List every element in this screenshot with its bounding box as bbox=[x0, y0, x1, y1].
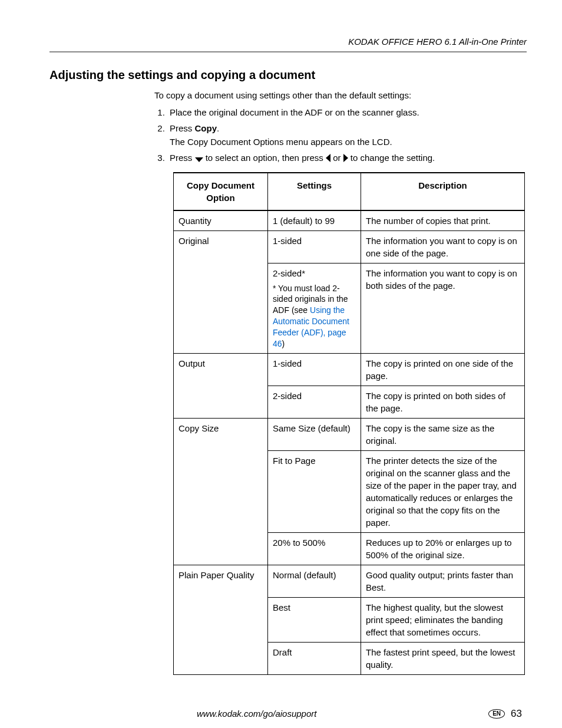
table-row: Quantity 1 (default) to 99 The number of… bbox=[174, 210, 525, 231]
setting-note: * You must load 2-sided originals in the… bbox=[273, 283, 356, 350]
note-post: ) bbox=[282, 339, 285, 348]
cell-description: The copy is the same size as the origina… bbox=[361, 418, 525, 450]
cell-setting: Fit to Page bbox=[268, 450, 361, 532]
cell-option: Output bbox=[174, 353, 268, 418]
step-2-sub: The Copy Document Options menu appears o… bbox=[170, 136, 527, 148]
step-3: Press to select an option, then press or… bbox=[167, 151, 527, 165]
header-settings: Settings bbox=[268, 173, 361, 210]
cell-description: The information you want to copy is on o… bbox=[361, 230, 525, 263]
cell-option: Quantity bbox=[174, 210, 268, 231]
header-option: Copy Document Option bbox=[174, 173, 268, 210]
page-number: 63 bbox=[511, 707, 522, 721]
cell-description: The copy is printed on one side of the p… bbox=[361, 353, 525, 386]
svg-marker-1 bbox=[326, 154, 330, 162]
table-row: Original 1-sided The information you wan… bbox=[174, 230, 525, 263]
header-description: Description bbox=[361, 173, 525, 210]
step-2-post: . bbox=[217, 123, 219, 133]
table-header-row: Copy Document Option Settings Descriptio… bbox=[174, 173, 525, 210]
cell-description: The printer detects the size of the orig… bbox=[361, 450, 525, 532]
page-footer: www.kodak.com/go/aiosupport EN 63 bbox=[49, 707, 527, 721]
step-3-d: to change the setting. bbox=[351, 153, 435, 163]
cell-setting: Normal (default) bbox=[268, 565, 361, 597]
steps-list: Place the original document in the ADF o… bbox=[154, 106, 527, 165]
intro-text: To copy a document using settings other … bbox=[154, 89, 527, 101]
cell-description: The number of copies that print. bbox=[361, 210, 525, 231]
step-3-c: or bbox=[330, 153, 343, 163]
cell-description: Reduces up to 20% or enlarges up to 500%… bbox=[361, 532, 525, 565]
svg-marker-2 bbox=[343, 154, 348, 162]
cell-option: Copy Size bbox=[174, 418, 268, 565]
step-2-bold: Copy bbox=[195, 123, 217, 133]
step-2: Press Copy. The Copy Document Options me… bbox=[167, 122, 527, 148]
right-arrow-icon bbox=[343, 153, 348, 165]
language-badge: EN bbox=[488, 709, 505, 719]
cell-option: Original bbox=[174, 230, 268, 353]
section-heading: Adjusting the settings and copying a doc… bbox=[49, 67, 527, 83]
footer-right: EN 63 bbox=[488, 707, 522, 721]
cell-setting: Best bbox=[268, 597, 361, 642]
cell-setting: 2-sided bbox=[268, 386, 361, 418]
page-header: KODAK OFFICE HERO 6.1 All-in-One Printer bbox=[49, 35, 527, 52]
cell-description: The information you want to copy is on b… bbox=[361, 263, 525, 353]
setting-value: 2-sided* bbox=[273, 267, 356, 279]
cell-setting: 1-sided bbox=[268, 230, 361, 263]
step-3-a: Press bbox=[170, 153, 195, 163]
cell-setting: 20% to 500% bbox=[268, 532, 361, 565]
cell-setting: Same Size (default) bbox=[268, 418, 361, 450]
cell-setting: 1 (default) to 99 bbox=[268, 210, 361, 231]
down-arrow-icon bbox=[195, 153, 203, 165]
cell-setting: Draft bbox=[268, 642, 361, 674]
footer-url: www.kodak.com/go/aiosupport bbox=[197, 707, 316, 720]
table-row: Output 1-sided The copy is printed on on… bbox=[174, 353, 525, 386]
left-arrow-icon bbox=[326, 153, 330, 165]
step-2-pre: Press bbox=[170, 123, 195, 133]
table-row: Plain Paper Quality Normal (default) Goo… bbox=[174, 565, 525, 597]
cell-description: Good quality output; prints faster than … bbox=[361, 565, 525, 597]
cell-setting: 2-sided* * You must load 2-sided origina… bbox=[268, 263, 361, 353]
table-row: Copy Size Same Size (default) The copy i… bbox=[174, 418, 525, 450]
options-table: Copy Document Option Settings Descriptio… bbox=[173, 172, 525, 675]
svg-marker-0 bbox=[195, 157, 203, 162]
cell-description: The fastest print speed, but the lowest … bbox=[361, 642, 525, 674]
step-1: Place the original document in the ADF o… bbox=[167, 106, 527, 118]
step-3-b: to select an option, then press bbox=[203, 153, 326, 163]
cell-setting: 1-sided bbox=[268, 353, 361, 386]
cell-description: The copy is printed on both sides of the… bbox=[361, 386, 525, 418]
cell-option: Plain Paper Quality bbox=[174, 565, 268, 674]
cell-description: The highest quality, but the slowest pri… bbox=[361, 597, 525, 642]
